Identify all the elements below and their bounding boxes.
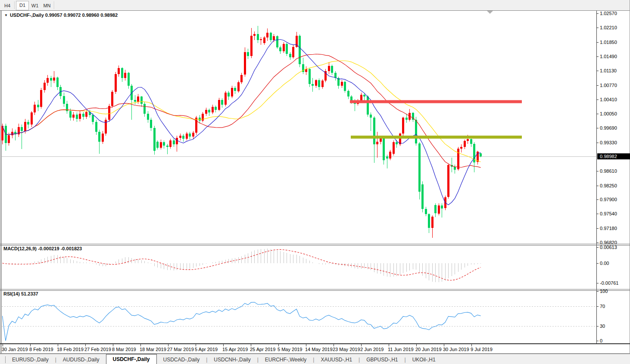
price-tick-label: 0.98610 <box>600 168 617 174</box>
tab-xauusd-h1[interactable]: XAUUSD-,H1 <box>314 355 359 364</box>
date-tick-label: 20 Jun 2019 <box>415 347 442 352</box>
price-tick-label: 0.99330 <box>600 140 617 145</box>
chart-window[interactable] <box>0 10 630 354</box>
macd-tick-label: 0.00613 <box>600 245 617 250</box>
date-tick-label: 25 Apr 2019 <box>250 347 275 352</box>
macd-tick-label: 0.00 <box>600 261 609 266</box>
price-tick-label: 0.98250 <box>600 183 617 188</box>
tab-ukoil-h1[interactable]: UKOil-,H1 <box>406 355 442 364</box>
date-tick-label: 5 May 2019 <box>278 347 302 352</box>
date-tick-label: 8 Mar 2019 <box>112 347 136 352</box>
price-tick-label: 1.01490 <box>600 54 617 59</box>
chart-symbol-dropdown-icon[interactable]: ▼ <box>4 13 8 17</box>
tab-usdcad-daily[interactable]: USDCAD-,Daily <box>157 355 206 364</box>
macd-values: -0.000219 -0.001823 <box>38 246 82 251</box>
date-tick-label: 14 May 2019 <box>305 347 333 352</box>
rsi-value: 51.2337 <box>21 291 38 296</box>
macd-tick-label: -0.00761 <box>600 280 618 286</box>
price-tick-label: 0.97180 <box>600 226 617 231</box>
timeframe-button-mn[interactable]: MN <box>41 1 53 10</box>
price-tick-label: 1.00410 <box>600 97 617 102</box>
tab-eurchf-weekly[interactable]: EURCHF-,Weekly <box>259 355 313 364</box>
price-tick-label: 1.01130 <box>600 68 617 73</box>
tab-eurusd-daily[interactable]: EURUSD-,Daily <box>6 355 55 364</box>
price-tick-label: 1.00050 <box>600 111 617 116</box>
chart-title: ▼USDCHF-,Daily 0.99057 0.99072 0.98960 0… <box>4 12 118 18</box>
date-tick-label: 5 Apr 2019 <box>195 347 218 352</box>
timeframe-button-w1[interactable]: W1 <box>29 1 41 10</box>
toolbar-separator <box>14 1 15 9</box>
rsi-tick-label: 30 <box>600 324 605 329</box>
rsi-indicator-label: RSI(14) 51.2337 <box>3 291 38 296</box>
toolbar-separator <box>54 1 55 9</box>
date-tick-label: 18 Feb 2019 <box>57 347 84 352</box>
date-tick-label: 11 Jun 2019 <box>388 347 414 352</box>
date-tick-label: 27 Feb 2019 <box>84 347 111 352</box>
rsi-tick-label: 100 <box>600 289 608 294</box>
tab-usdchf-daily[interactable]: USDCHF-,Daily <box>106 354 157 364</box>
date-tick-label: 2 Jun 2019 <box>360 347 384 352</box>
chart-ohlc-values: 0.99057 0.99072 0.98960 0.98982 <box>45 12 118 18</box>
chart-tab-bar: EURUSD-,Daily|AUDUSD-,DailyUSDCHF-,Daily… <box>0 354 630 364</box>
tab-audusd-daily[interactable]: AUDUSD-,Daily <box>56 355 106 364</box>
tab-usdcnh-daily[interactable]: USDCNH-,Daily <box>207 355 257 364</box>
timeframe-toolbar: H4D1W1MN <box>0 0 630 10</box>
price-tick-label: 1.00770 <box>600 83 617 88</box>
price-tick-label: 1.01850 <box>600 40 617 45</box>
rsi-tick-label: 70 <box>600 304 605 309</box>
price-tick-label: 0.97900 <box>600 197 617 202</box>
date-tick-label: 27 Mar 2019 <box>167 347 194 352</box>
date-tick-label: 30 Jun 2019 <box>443 347 469 352</box>
chart-symbol-label: USDCHF-,Daily <box>10 12 44 18</box>
timeframe-button-d1[interactable]: D1 <box>16 1 29 10</box>
date-tick-label: 15 Apr 2019 <box>222 347 248 352</box>
timeframe-button-h4[interactable]: H4 <box>1 1 13 10</box>
tab-gbpusd-h1[interactable]: GBPUSD-,H1 <box>360 355 404 364</box>
date-tick-label: 18 Mar 2019 <box>140 347 166 352</box>
rsi-tick-label: 0 <box>600 338 602 343</box>
tab-stub <box>0 356 6 363</box>
date-tick-label: 23 May 2019 <box>333 347 360 352</box>
date-tick-label: 30 Jan 2019 <box>2 347 28 352</box>
price-tick-label: 1.02210 <box>600 25 617 30</box>
date-tick-label: 8 Feb 2019 <box>29 347 53 352</box>
date-tick-label: 9 Jul 2019 <box>471 347 493 352</box>
price-tick-label: 0.99690 <box>600 125 617 131</box>
macd-indicator-label: MACD(12,26,9) -0.000219 -0.001823 <box>3 246 82 251</box>
price-tick-label: 0.97540 <box>600 211 617 216</box>
current-price-badge: 0.98982 <box>597 153 630 159</box>
price-tick-label: 1.02570 <box>600 11 617 16</box>
